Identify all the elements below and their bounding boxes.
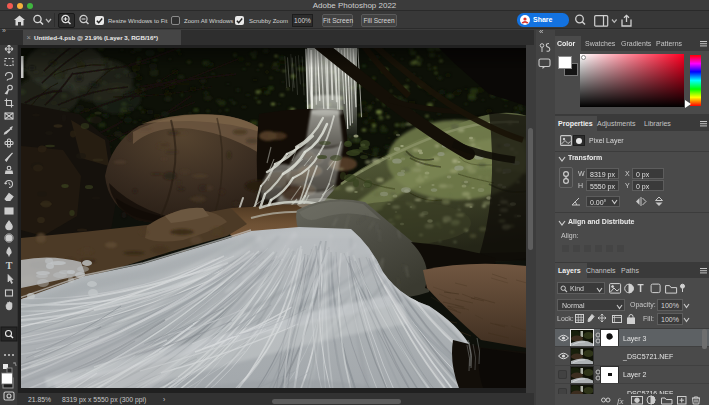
svg-text:fx: fx (617, 395, 624, 405)
svg-text:T: T (638, 283, 644, 294)
svg-text:T: T (6, 260, 13, 271)
